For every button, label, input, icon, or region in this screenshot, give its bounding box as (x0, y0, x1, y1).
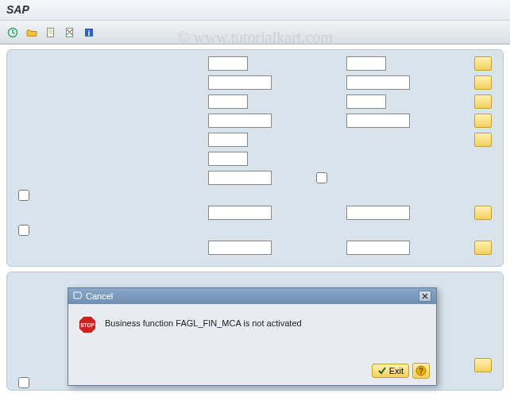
input-r4-c1[interactable] (208, 114, 272, 128)
toolbar: i (0, 21, 510, 44)
document-new-icon (45, 27, 56, 38)
input-r11-c2[interactable] (346, 241, 410, 255)
input-r9-c1[interactable] (208, 206, 272, 220)
clock-execute-icon (7, 27, 18, 38)
window-titlebar: SAP (0, 0, 510, 21)
multi-select-button-7[interactable] (474, 241, 492, 255)
input-r2-c1[interactable] (208, 75, 272, 90)
svg-text:STOP: STOP (80, 322, 95, 328)
input-r3-c1[interactable] (208, 94, 248, 109)
input-r2-c2[interactable] (346, 75, 410, 90)
window-title: SAP (6, 3, 29, 16)
cancel-dialog: Cancel STOP Business function FAGL_FIN_M… (68, 287, 437, 386)
input-r7-c1[interactable] (208, 171, 272, 185)
input-r1-c1[interactable] (208, 56, 248, 71)
dialog-message: Business function FAGL_FIN_MCA is not ac… (105, 315, 302, 328)
toolbar-button-3[interactable] (43, 25, 59, 40)
dialog-title: Cancel (86, 291, 113, 301)
exit-button-label: Exit (389, 366, 404, 376)
execute-button[interactable] (5, 25, 21, 40)
svg-text:?: ? (419, 367, 423, 376)
input-r4-c2[interactable] (346, 114, 410, 128)
dialog-titlebar: Cancel (68, 288, 436, 304)
checkbox-r10-left[interactable] (18, 225, 29, 236)
get-variant-button[interactable] (24, 25, 40, 40)
help-button[interactable]: ? (412, 363, 430, 379)
multi-select-button-1[interactable] (474, 56, 492, 71)
svg-text:i: i (88, 29, 91, 37)
toolbar-button-4[interactable] (62, 25, 78, 40)
dialog-body: STOP Business function FAGL_FIN_MCA is n… (68, 304, 436, 360)
input-r3-c2[interactable] (346, 94, 386, 109)
dialog-footer: Exit ? (68, 360, 436, 385)
stop-icon: STOP (78, 315, 97, 334)
multi-select-button-2[interactable] (474, 75, 492, 90)
information-button[interactable]: i (81, 25, 97, 40)
dialog-title-icon (73, 291, 83, 301)
input-r5-c1[interactable] (208, 133, 248, 147)
folder-open-icon (26, 27, 37, 38)
input-r1-c2[interactable] (346, 56, 386, 71)
input-r11-c1[interactable] (208, 241, 272, 255)
dialog-close-button[interactable] (419, 291, 431, 302)
multi-select-button-4[interactable] (474, 114, 492, 128)
input-r9-c2[interactable] (346, 206, 410, 220)
checkbox-p2-left[interactable] (18, 377, 29, 388)
panel-1 (6, 49, 504, 267)
svg-rect-1 (48, 28, 54, 37)
checkbox-r8-left[interactable] (18, 190, 29, 201)
document-delete-icon (64, 27, 75, 38)
question-icon: ? (415, 365, 427, 376)
multi-select-button-3[interactable] (474, 94, 492, 109)
checkbox-r7[interactable] (316, 172, 327, 183)
info-icon: i (83, 27, 95, 38)
multi-select-button-8[interactable] (474, 358, 492, 372)
check-icon (377, 366, 387, 376)
close-icon (422, 293, 428, 299)
input-r6-c1[interactable] (208, 152, 248, 166)
exit-button[interactable]: Exit (372, 364, 409, 378)
multi-select-button-5[interactable] (474, 133, 492, 147)
multi-select-button-6[interactable] (474, 206, 492, 220)
